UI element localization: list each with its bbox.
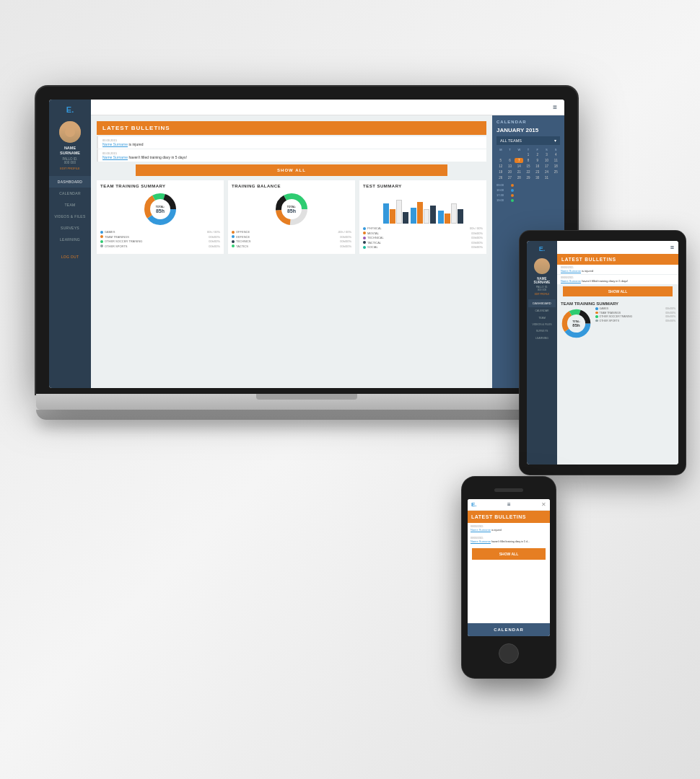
- teams-label: ALL TEAMS: [500, 138, 522, 143]
- legend-games: GAMES 00h / 00%: [100, 230, 220, 234]
- sidebar-logo: E.: [66, 105, 74, 114]
- tablet-topbar: ≡: [557, 241, 678, 254]
- tablet-hamburger-icon[interactable]: ≡: [670, 244, 674, 251]
- tablet-link-1[interactable]: Name Surname: [561, 269, 581, 273]
- legend-mental: MENTAL 00h/00%: [363, 232, 483, 235]
- legend-other-sports: OTHER SPORTS 00h/00%: [100, 245, 220, 248]
- legend-other-soccer: OTHER SOCCER TRAINING 00h/00%: [100, 239, 220, 243]
- hamburger-icon[interactable]: ≡: [553, 103, 557, 111]
- tablet-nav-videos[interactable]: VIDEOS & FILES: [532, 322, 551, 327]
- phone-show-all-button[interactable]: SHOW ALL: [472, 548, 546, 560]
- tablet-main: ≡ LATEST BULLETINS 00/00/2015 Name Surna…: [557, 241, 678, 465]
- legend-tactics: TACTICS 00h/00%: [232, 245, 351, 248]
- tablet-outer: E. NAMESURNAME PALLO ID.000 000 EDIT PRO…: [520, 231, 686, 475]
- tablet-screen: E. NAMESURNAME PALLO ID.000 000 EDIT PRO…: [527, 241, 678, 465]
- cal-event-2: 10:00: [496, 188, 560, 192]
- nav-surveys[interactable]: SURVEYS: [49, 222, 91, 234]
- legend-offence: OFFENCE -00h / 00%: [232, 230, 351, 234]
- show-all-button[interactable]: SHOW ALL: [136, 164, 447, 176]
- tablet-nav-calendar[interactable]: CALENDAR: [535, 307, 548, 314]
- sidebar-username: NAME SURNAME: [60, 146, 80, 156]
- cal-event-4: 19:00: [496, 198, 560, 202]
- calendar-month: JANUARY 2015: [496, 127, 560, 133]
- legend-defence: DEFENCE 00h/00%: [232, 235, 351, 239]
- phone-logo: E.: [471, 501, 477, 508]
- phone-device: E. ≡ ✕ LATEST BULLETINS 00/00/2015 Name …: [462, 477, 556, 678]
- test-summary-box: TEST SUMMARY: [359, 180, 486, 254]
- tablet-stats-content: TOTAL: 85h GAMES 00h/00%: [557, 307, 678, 340]
- training-balance-title: TRAINING BALANCE: [232, 184, 351, 188]
- legend-physical: PHYSICAL 00h / 00%: [363, 226, 483, 230]
- tablet-logo: E.: [539, 245, 546, 252]
- calendar-grid: 1 2 3 4 5 6 7 8 9 10: [496, 152, 560, 180]
- cal-event-1: 09:00: [496, 183, 560, 187]
- tablet-nav-surveys[interactable]: SURVEYS: [536, 327, 548, 335]
- bulletin-item-1: 00.00.2015 Name Surname is injured: [97, 136, 486, 149]
- tablet-legend: GAMES 00h/00% TEAM TRAININGS 00h/00%: [595, 307, 675, 340]
- scene: E. NAME SURNAME PALLO ID. 000 000 EDIT: [0, 0, 700, 779]
- tablet-team-training-title: TEAM TRAINING SUMMARY: [557, 299, 678, 307]
- legend-technical: TECHNICAL 00h/00%: [363, 236, 483, 239]
- tablet-bulletin-2: 00/00/2015 Name Surname haven't filled t…: [557, 275, 678, 284]
- phone-outer: E. ≡ ✕ LATEST BULLETINS 00/00/2015 Name …: [462, 477, 556, 678]
- team-training-donut: TOTAL: 85h: [142, 191, 178, 227]
- teams-dropdown[interactable]: ALL TEAMS ▾: [496, 136, 560, 145]
- phone-calendar-button[interactable]: CALENDAR: [468, 623, 550, 636]
- phone-hamburger-icon[interactable]: ≡: [507, 501, 511, 508]
- tablet-edit-profile[interactable]: EDIT PROFILE: [535, 293, 549, 296]
- bulletin-text-2: Name Surname haven't filled training dia…: [102, 155, 482, 159]
- team-training-title: TEAM TRAINING SUMMARY: [100, 184, 220, 188]
- legend-technics: TECHNICS 00h/00%: [232, 239, 351, 243]
- laptop-main-content: ≡ LATEST BULLETINS 00.00.2015 Name Surna…: [91, 100, 564, 388]
- legend-social: SOCIAL 00h/00%: [363, 245, 483, 249]
- test-summary-title: TEST SUMMARY: [363, 184, 483, 188]
- legend-tactical: TACTICAL 00h/00%: [363, 241, 483, 245]
- training-balance-donut: TOTAL: 85h: [274, 191, 310, 227]
- tablet-nav-learning[interactable]: LEARNING: [535, 335, 548, 342]
- content-area: LATEST BULLETINS 00.00.2015 Name Surname…: [91, 115, 564, 388]
- nav-logout[interactable]: LOG OUT: [49, 251, 91, 263]
- event-dot-4: [511, 199, 514, 202]
- phone-close-icon[interactable]: ✕: [541, 501, 546, 508]
- bulletin-text-1: Name Surname is injured: [102, 142, 482, 146]
- training-balance-total: TOTAL: 85h: [287, 206, 297, 214]
- nav-learning[interactable]: LEARNING: [49, 234, 91, 245]
- edit-profile-link[interactable]: EDIT PROFILE: [60, 167, 79, 170]
- top-bar: ≡: [91, 100, 564, 115]
- laptop-device: E. NAME SURNAME PALLO ID. 000 000 EDIT: [36, 87, 577, 420]
- tablet-nav-team[interactable]: TEAM: [538, 314, 546, 322]
- avatar-face: [59, 121, 81, 143]
- main-panel: LATEST BULLETINS 00.00.2015 Name Surname…: [91, 115, 492, 388]
- bulletin-link-1[interactable]: Name Surname: [102, 142, 128, 146]
- nav-videos[interactable]: VIDEOS & FILES: [49, 211, 91, 222]
- nav-team[interactable]: TEAM: [49, 199, 91, 211]
- tablet-nav-dashboard[interactable]: DASHBOARD: [528, 299, 556, 307]
- stats-section: TEAM TRAINING SUMMARY: [97, 180, 486, 254]
- tablet-avatar: [534, 258, 550, 274]
- tablet-show-all-button[interactable]: SHOW ALL: [563, 286, 673, 296]
- nav-dashboard[interactable]: DASHBOARD: [49, 176, 91, 188]
- tablet-device: E. NAMESURNAME PALLO ID.000 000 EDIT PRO…: [520, 231, 686, 475]
- laptop-sidebar: E. NAME SURNAME PALLO ID. 000 000 EDIT: [49, 100, 91, 388]
- tablet-link-2[interactable]: Name Surname: [561, 279, 581, 283]
- tablet-bulletin-header: LATEST BULLETINS: [557, 254, 678, 265]
- phone-home-button[interactable]: [499, 643, 519, 664]
- bulletin-link-2[interactable]: Name Surname: [102, 155, 128, 159]
- calendar-days-header: M T W T F S S: [496, 148, 560, 151]
- phone-link-1[interactable]: Name Surname: [471, 528, 491, 532]
- calendar-title: CALENDAR: [496, 120, 560, 124]
- phone-screen: E. ≡ ✕ LATEST BULLETINS 00/00/2015 Name …: [468, 499, 550, 636]
- phone-link-2[interactable]: Name Surname: [471, 540, 491, 543]
- tablet-sidebar: E. NAMESURNAME PALLO ID.000 000 EDIT PRO…: [527, 241, 557, 465]
- laptop-dashboard: E. NAME SURNAME PALLO ID. 000 000 EDIT: [49, 100, 564, 388]
- nav-calendar[interactable]: CALENDAR: [49, 188, 91, 199]
- event-dot-3: [511, 194, 514, 197]
- cal-event-3: 17:30: [496, 193, 560, 197]
- phone-bulletin-header: LATEST BULLETINS: [468, 511, 550, 523]
- tablet-dashboard: E. NAMESURNAME PALLO ID.000 000 EDIT PRO…: [527, 241, 678, 465]
- calendar-events: 09:00 10:00: [496, 183, 560, 202]
- tablet-donut: TOTAL: 85h: [560, 307, 592, 340]
- tablet-username: NAMESURNAME: [534, 277, 551, 284]
- bulletin-header: LATEST BULLETINS: [97, 121, 486, 135]
- sidebar-nav: DASHBOARD CALENDAR TEAM VIDEOS & FILES S…: [49, 176, 91, 382]
